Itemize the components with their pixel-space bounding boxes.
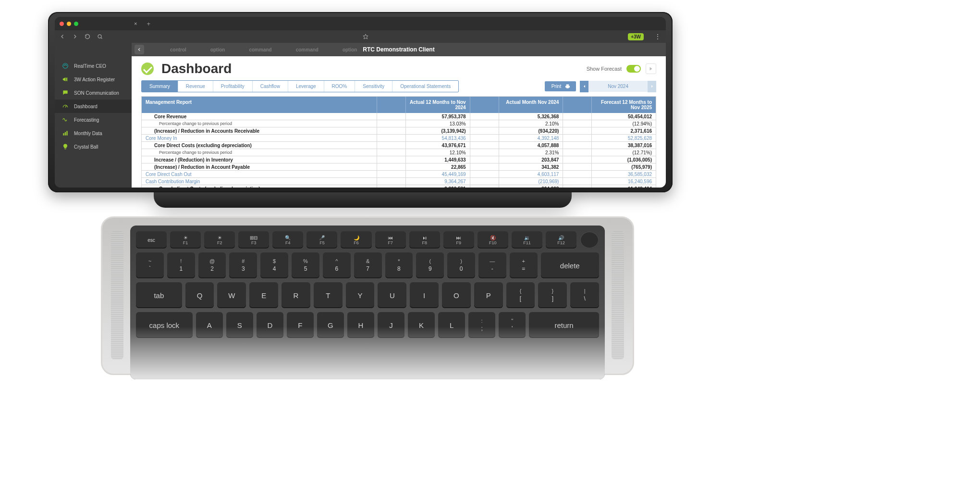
- keyboard-key: !1: [167, 252, 195, 278]
- keyboard-key: O: [442, 282, 471, 308]
- app-title: RTC Demonstration Client: [363, 46, 434, 53]
- table-row: Increase / (Reduction) in Inventory1,449…: [142, 156, 656, 163]
- keyboard-key: ^6: [323, 252, 351, 278]
- sidebar-item-label: Crystal Ball: [74, 144, 98, 150]
- table-row: Core Indirect Costs (excluding depreciat…: [142, 185, 656, 188]
- main-content: Dashboard Show Forecast SummaryRevenuePr…: [132, 56, 666, 188]
- app-header: controloptioncommandcommandoption RTC De…: [132, 43, 666, 56]
- sidebar-item-label: SON Communication: [74, 90, 119, 96]
- laptop-hinge: [154, 192, 572, 208]
- sidebar-item-forecasting[interactable]: Forecasting: [55, 113, 132, 126]
- show-forecast-toggle[interactable]: [626, 65, 641, 73]
- keyboard-key: |\: [570, 282, 599, 308]
- keyboard-key: J: [378, 312, 404, 338]
- browser-menu-icon[interactable]: ⋮: [654, 33, 661, 40]
- keyboard-key: W: [217, 282, 246, 308]
- laptop-screen: × + +3W ⋮ controlopti: [48, 12, 673, 192]
- table-row: Core Direct Cash Out45,449,1694,603,1173…: [142, 170, 656, 177]
- keyboard-key: %5: [292, 252, 319, 278]
- keyboard-key: ☀︎F1: [170, 231, 201, 249]
- keyboard-key: 🔉F11: [512, 231, 542, 249]
- bars-icon: [61, 129, 69, 137]
- sidebar-item-label: 3W Action Register: [74, 77, 115, 82]
- keyboard-key: P: [474, 282, 503, 308]
- tab-roo-[interactable]: ROO%: [324, 81, 355, 92]
- tab-sensitivity[interactable]: Sensitivity: [355, 81, 392, 92]
- sidebar-item-realtime-ceo[interactable]: RealTime CEO: [55, 59, 132, 73]
- close-window-icon[interactable]: [60, 22, 64, 26]
- close-tab-icon[interactable]: ×: [134, 21, 137, 26]
- month-label[interactable]: Nov 2024: [588, 81, 648, 92]
- browser-tab[interactable]: ×: [134, 21, 141, 26]
- keyboard-key: ~`: [136, 252, 164, 278]
- svg-point-0: [98, 35, 101, 38]
- next-month-button[interactable]: [648, 81, 656, 92]
- keyboard-key: E: [249, 282, 278, 308]
- speaker-grille: [111, 231, 123, 359]
- tab-operational-statements[interactable]: Operational Statements: [392, 81, 458, 92]
- sidebar-item-son-communication[interactable]: SON Communication: [55, 86, 132, 100]
- keyboard-key: *8: [385, 252, 413, 278]
- col-actual-12m: Actual 12 Months to Nov 2024: [406, 97, 470, 113]
- svg-rect-6: [65, 132, 66, 136]
- keyboard-key: :;: [468, 312, 495, 338]
- keyboard-key: )0: [447, 252, 475, 278]
- search-icon[interactable]: [97, 34, 103, 39]
- tab-revenue[interactable]: Revenue: [178, 81, 213, 92]
- sidebar-item-3w-action-register[interactable]: 3W Action Register: [55, 73, 132, 86]
- page-title: Dashboard: [161, 61, 232, 76]
- keyboard-key: return: [529, 312, 599, 338]
- table-row: Core Money In54,813,4364,392,14852,825,6…: [142, 134, 656, 141]
- keyboard-key: (9: [416, 252, 444, 278]
- table-row: Percentage change to previous period12.1…: [142, 149, 656, 156]
- keyboard-key: Y: [346, 282, 375, 308]
- bulb-icon: [61, 143, 69, 151]
- minimize-window-icon[interactable]: [67, 22, 71, 26]
- col-actual-month: Actual Month Nov 2024: [499, 97, 564, 113]
- keyboard-key: ⏭F9: [443, 231, 474, 249]
- keyboard-key: R: [282, 282, 310, 308]
- keyboard-key: ⊞⊟F3: [238, 231, 269, 249]
- tab-leverage[interactable]: Leverage: [288, 81, 324, 92]
- tab-cashflow[interactable]: Cashflow: [253, 81, 288, 92]
- svg-rect-7: [66, 131, 67, 135]
- print-button[interactable]: Print: [545, 81, 576, 91]
- collapse-sidebar-button[interactable]: [135, 45, 144, 54]
- table-row: Core Revenue57,953,3785,326,36850,454,01…: [142, 113, 656, 120]
- back-icon[interactable]: [60, 34, 65, 39]
- sidebar-item-crystal-ball[interactable]: Crystal Ball: [55, 140, 132, 153]
- keyboard-key: L: [438, 312, 465, 338]
- report-table: Management Report Actual 12 Months to No…: [141, 96, 656, 188]
- refresh-icon[interactable]: [85, 34, 90, 39]
- tab-summary[interactable]: Summary: [142, 81, 178, 92]
- keyboard-key: #3: [229, 252, 257, 278]
- expand-button[interactable]: [646, 63, 656, 74]
- keyboard-key: "': [499, 312, 526, 338]
- sidebar-item-dashboard[interactable]: Dashboard: [55, 100, 132, 113]
- new-tab-icon[interactable]: +: [147, 20, 150, 27]
- forward-icon[interactable]: [72, 34, 78, 39]
- svg-marker-10: [584, 85, 585, 88]
- table-header: Management Report Actual 12 Months to No…: [142, 97, 656, 113]
- chat-icon: [61, 89, 69, 97]
- sidebar-item-label: Monthly Data: [74, 131, 102, 136]
- sidebar-item-label: Forecasting: [74, 117, 99, 123]
- svg-line-1: [101, 38, 102, 39]
- maximize-window-icon[interactable]: [74, 22, 78, 26]
- table-row: Cash Contribution Margin9,364,267(210,96…: [142, 177, 656, 185]
- bookmark-icon[interactable]: [363, 34, 368, 39]
- sidebar-item-monthly-data[interactable]: Monthly Data: [55, 126, 132, 140]
- keyboard-key: 🔇F10: [478, 231, 508, 249]
- keyboard-hints: controloptioncommandcommandoption: [170, 43, 357, 56]
- keyboard-key: esc: [136, 231, 167, 249]
- prev-month-button[interactable]: [580, 81, 588, 92]
- tab-profitability[interactable]: Profitability: [213, 81, 253, 92]
- browser-titlebar: × +: [55, 17, 666, 30]
- speaker-grille: [612, 231, 624, 359]
- report-tabs: SummaryRevenueProfitabilityCashflowLever…: [141, 80, 459, 92]
- keyboard-key: +=: [510, 252, 538, 278]
- keyboard-key: —-: [478, 252, 506, 278]
- wave-icon: [61, 116, 69, 124]
- extension-badge[interactable]: +3W: [628, 33, 644, 40]
- touchid-button: [580, 231, 599, 249]
